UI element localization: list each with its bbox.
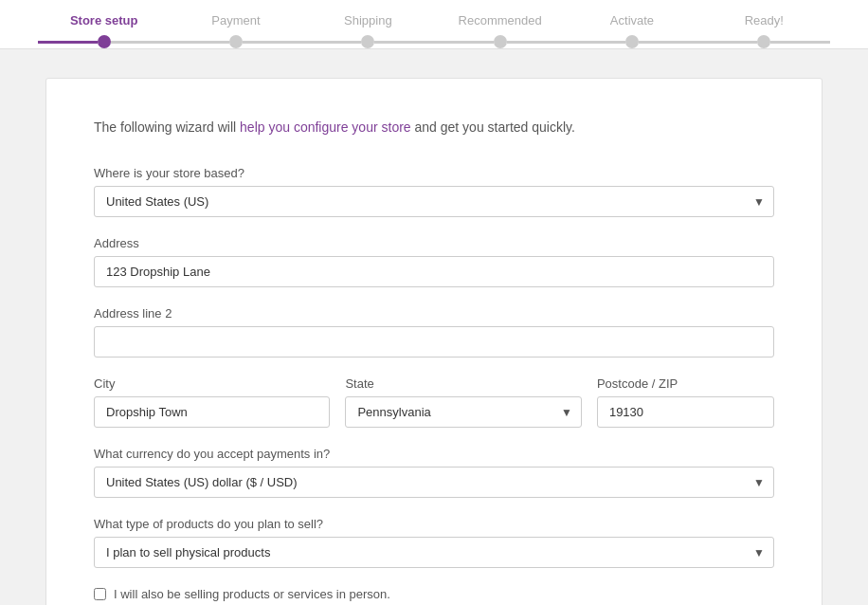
city-group: City: [94, 376, 330, 428]
zip-label: Postcode / ZIP: [597, 376, 774, 391]
country-group: Where is your store based? United States…: [94, 166, 774, 217]
products-group: What type of products do you plan to sel…: [94, 517, 774, 568]
stepper-step-recommended[interactable]: Recommended: [434, 13, 566, 48]
step-connector-right-3: [374, 41, 434, 44]
step-label-payment: Payment: [211, 13, 260, 28]
step-connector-left-5: [566, 41, 625, 44]
zip-group: Postcode / ZIP: [597, 376, 774, 428]
state-select-wrapper: Pennsylvania California New York Texas F…: [345, 396, 581, 428]
stepper-step-store-setup[interactable]: Store setup: [38, 13, 170, 48]
wizard-intro: The following wizard will help you confi…: [94, 117, 774, 138]
step-dot-payment: [229, 35, 243, 48]
step-connector-right-2: [243, 41, 302, 44]
step-connector-right-1: [111, 41, 171, 44]
step-label-recommended: Recommended: [459, 13, 542, 28]
products-select-wrapper: I plan to sell physical products I plan …: [94, 537, 774, 568]
country-select[interactable]: United States (US) Canada United Kingdom…: [94, 186, 774, 217]
address2-label: Address line 2: [94, 306, 774, 321]
step-connector-left-2: [170, 41, 229, 44]
currency-select[interactable]: United States (US) dollar ($ / USD) Euro…: [94, 467, 774, 498]
in-person-checkbox[interactable]: [94, 588, 106, 600]
step-dot-recommended: [494, 35, 507, 48]
address2-group: Address line 2: [94, 306, 774, 358]
step-connector-left-4: [434, 41, 494, 44]
currency-group: What currency do you accept payments in?…: [94, 447, 774, 498]
country-select-wrapper: United States (US) Canada United Kingdom…: [94, 186, 774, 217]
step-label-activate: Activate: [610, 13, 654, 28]
state-select[interactable]: Pennsylvania California New York Texas F…: [345, 396, 581, 428]
step-connector-right-6: [770, 41, 830, 44]
step-label-store-setup: Store setup: [70, 13, 138, 28]
step-connector-right-5: [639, 41, 698, 44]
step-connector-left-3: [302, 41, 362, 44]
in-person-label[interactable]: I will also be selling products or servi…: [114, 587, 390, 601]
stepper-step-ready[interactable]: Ready!: [698, 13, 830, 48]
step-connector-left-6: [698, 41, 758, 44]
step-connector-left-1: [38, 41, 98, 44]
address-group: Address: [94, 236, 774, 287]
address-input[interactable]: [94, 256, 774, 287]
country-label: Where is your store based?: [94, 166, 774, 180]
step-dot-shipping: [361, 35, 374, 48]
in-person-checkbox-row: I will also be selling products or servi…: [94, 587, 774, 601]
products-label: What type of products do you plan to sel…: [94, 517, 774, 531]
step-dot-activate: [625, 35, 639, 48]
currency-label: What currency do you accept payments in?: [94, 447, 774, 461]
step-dot-store-setup: [98, 35, 111, 48]
step-label-ready: Ready!: [745, 13, 784, 28]
currency-select-wrapper: United States (US) dollar ($ / USD) Euro…: [94, 467, 774, 498]
main-content: The following wizard will help you confi…: [45, 78, 823, 605]
stepper-step-activate[interactable]: Activate: [566, 13, 697, 48]
step-dot-ready: [757, 35, 770, 48]
city-state-zip-row: City State Pennsylvania California New Y…: [94, 376, 774, 447]
address2-input[interactable]: [94, 326, 774, 358]
address-label: Address: [94, 236, 774, 250]
city-label: City: [94, 376, 330, 391]
stepper-step-shipping[interactable]: Shipping: [302, 13, 434, 48]
city-input[interactable]: [94, 396, 330, 428]
products-select[interactable]: I plan to sell physical products I plan …: [94, 537, 774, 568]
intro-highlight: help you configure your store: [240, 119, 411, 135]
stepper-step-payment[interactable]: Payment: [170, 13, 301, 48]
zip-input[interactable]: [597, 396, 774, 428]
state-label: State: [345, 376, 581, 391]
step-connector-right-4: [507, 41, 567, 44]
state-group: State Pennsylvania California New York T…: [345, 376, 581, 428]
stepper: Store setup Payment Shipping: [0, 0, 868, 48]
stepper-wrapper: Store setup Payment Shipping: [0, 0, 868, 49]
step-label-shipping: Shipping: [344, 13, 392, 28]
